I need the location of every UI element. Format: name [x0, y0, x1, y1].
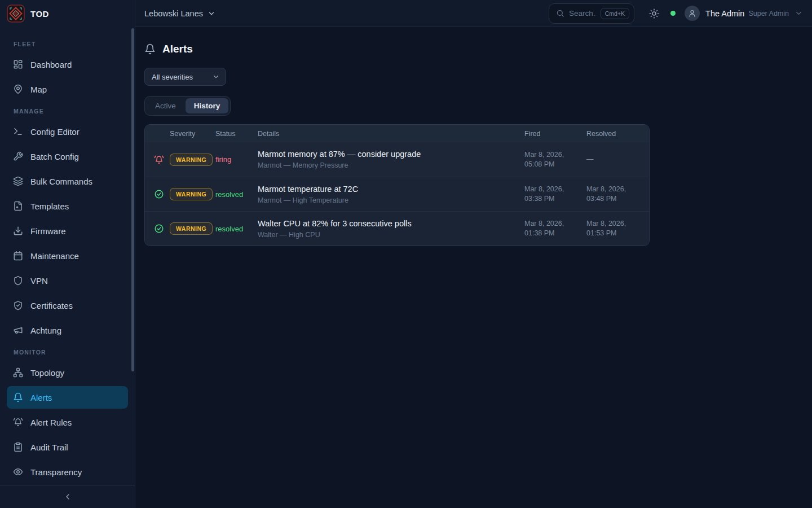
sidebar-item-label: Config Editor — [30, 127, 80, 137]
severity-filter-select[interactable]: All severities — [144, 68, 226, 86]
status-text: firing — [215, 155, 258, 164]
user-role-badge: Super Admin — [748, 10, 789, 17]
sidebar-item-map[interactable]: Map — [7, 78, 128, 100]
sidebar-item-label: Firmware — [30, 226, 66, 236]
row-icon-cell — [145, 189, 164, 199]
main-content: Alerts All severities Active History Sev… — [135, 27, 812, 508]
shield-icon — [13, 275, 23, 286]
severity-badge: WARNING — [170, 154, 213, 166]
nav-section-manage: MANAGE Config Editor Batch Config Bulk C… — [7, 108, 128, 341]
theme-toggle-sun-icon[interactable] — [649, 8, 659, 19]
topbar: Lebowski Lanes Cmd+K The Admin Super Adm… — [135, 0, 812, 27]
sidebar-item-dashboard[interactable]: Dashboard — [7, 53, 128, 76]
layers-icon — [13, 176, 23, 186]
sidebar-nav: FLEET Dashboard Map MANAGE Confi — [0, 27, 135, 485]
chevron-down-icon — [208, 10, 215, 17]
sidebar-item-templates[interactable]: Templates — [7, 195, 128, 217]
table-row[interactable]: WARNING resolved Walter CPU at 82% for 3… — [145, 211, 649, 246]
status-text: resolved — [215, 190, 258, 199]
sidebar-item-alert-rules[interactable]: Alert Rules — [7, 411, 128, 433]
app-logo[interactable]: TOD — [0, 0, 135, 27]
alerts-view-tabs: Active History — [144, 96, 231, 116]
sidebar-item-label: Achtung — [30, 326, 61, 335]
fired-timestamp: Mar 8, 2026, 01:38 PM — [524, 219, 586, 238]
nav-section-monitor: MONITOR Topology Alerts Alert Rules — [7, 349, 128, 483]
alert-title: Marmot temperature at 72C — [258, 185, 524, 194]
alert-details-cell: Walter CPU at 82% for 3 consecutive poll… — [258, 219, 524, 239]
sidebar-collapse-button[interactable] — [0, 485, 135, 508]
bell-ring-icon — [154, 155, 164, 165]
sidebar-scrollbar[interactable] — [131, 28, 134, 371]
sidebar-item-label: Audit Trail — [30, 443, 68, 452]
nav-section-fleet: FLEET Dashboard Map — [7, 41, 128, 100]
resolved-timestamp: — — [586, 155, 649, 164]
sidebar-item-label: Bulk Commands — [30, 177, 92, 186]
sidebar-item-label: Topology — [30, 368, 64, 378]
search-shortcut-badge: Cmd+K — [601, 8, 629, 19]
site-selector[interactable]: Lebowski Lanes — [144, 9, 215, 18]
avatar[interactable] — [685, 6, 700, 21]
status-text: resolved — [215, 225, 258, 233]
fired-timestamp: Mar 8, 2026, 03:38 PM — [524, 185, 586, 204]
bell-ring-icon — [13, 417, 23, 427]
topbar-right: Cmd+K The Admin Super Admin — [549, 3, 803, 24]
download-icon — [13, 226, 23, 236]
alert-subtitle: Marmot — High Temperature — [258, 196, 524, 204]
section-label-manage: MANAGE — [7, 108, 128, 116]
sidebar-item-label: VPN — [30, 276, 48, 286]
sidebar-item-transparency[interactable]: Transparency — [7, 461, 128, 483]
sidebar-item-label: Transparency — [30, 467, 82, 477]
eye-icon — [13, 467, 23, 477]
search-icon — [556, 9, 564, 17]
search-input[interactable] — [569, 9, 596, 17]
app-title: TOD — [30, 9, 49, 19]
sidebar-item-vpn[interactable]: VPN — [7, 269, 128, 292]
calendar-icon — [13, 251, 23, 261]
check-circle-icon — [154, 189, 164, 199]
sidebar-item-label: Maintenance — [30, 251, 79, 261]
dashboard-icon — [13, 59, 23, 69]
col-header-fired: Fired — [524, 130, 586, 138]
sidebar: TOD FLEET Dashboard Map MANAGE — [0, 0, 135, 508]
table-row[interactable]: WARNING resolved Marmot temperature at 7… — [145, 177, 649, 211]
sidebar-item-label: Dashboard — [30, 60, 72, 69]
sidebar-item-achtung[interactable]: Achtung — [7, 319, 128, 341]
alert-details-cell: Marmot temperature at 72C Marmot — High … — [258, 185, 524, 204]
sidebar-item-batch-config[interactable]: Batch Config — [7, 145, 128, 168]
section-label-fleet: FLEET — [7, 41, 128, 49]
sidebar-item-firmware[interactable]: Firmware — [7, 220, 128, 242]
col-header-severity: Severity — [170, 130, 215, 138]
tab-history[interactable]: History — [186, 98, 229, 113]
fired-timestamp: Mar 8, 2026, 05:08 PM — [524, 150, 586, 169]
table-header-row: Severity Status Details Fired Resolved — [145, 125, 649, 142]
sidebar-item-alerts[interactable]: Alerts — [7, 386, 128, 409]
global-search[interactable]: Cmd+K — [549, 3, 634, 24]
resolved-timestamp: Mar 8, 2026, 01:53 PM — [586, 219, 649, 238]
sidebar-item-label: Map — [30, 85, 47, 94]
chevron-down-icon — [212, 73, 220, 81]
clipboard-icon — [13, 442, 23, 452]
sidebar-item-label: Alert Rules — [30, 418, 72, 427]
sidebar-item-topology[interactable]: Topology — [7, 361, 128, 384]
sidebar-item-certificates[interactable]: Certificates — [7, 294, 128, 317]
tab-active[interactable]: Active — [147, 98, 184, 113]
map-pin-icon — [13, 84, 23, 94]
site-selector-label: Lebowski Lanes — [144, 9, 203, 18]
row-icon-cell — [145, 224, 164, 234]
shield-check-icon — [13, 300, 23, 310]
connection-status-dot — [670, 11, 676, 16]
sidebar-item-config-editor[interactable]: Config Editor — [7, 120, 128, 143]
sidebar-item-label: Batch Config — [30, 152, 79, 161]
alert-subtitle: Walter — High CPU — [258, 231, 524, 239]
col-header-details: Details — [258, 130, 524, 138]
table-row[interactable]: WARNING firing Marmot memory at 87% — co… — [145, 142, 649, 177]
sidebar-item-audit-trail[interactable]: Audit Trail — [7, 436, 128, 458]
topology-icon — [13, 367, 23, 378]
col-header-resolved: Resolved — [586, 130, 649, 138]
user-menu-chevron-down-icon[interactable] — [795, 9, 803, 17]
sidebar-item-maintenance[interactable]: Maintenance — [7, 244, 128, 267]
check-circle-icon — [154, 224, 164, 234]
row-icon-cell — [145, 155, 164, 165]
sidebar-item-bulk-commands[interactable]: Bulk Commands — [7, 170, 128, 192]
app-logo-icon — [7, 5, 25, 23]
